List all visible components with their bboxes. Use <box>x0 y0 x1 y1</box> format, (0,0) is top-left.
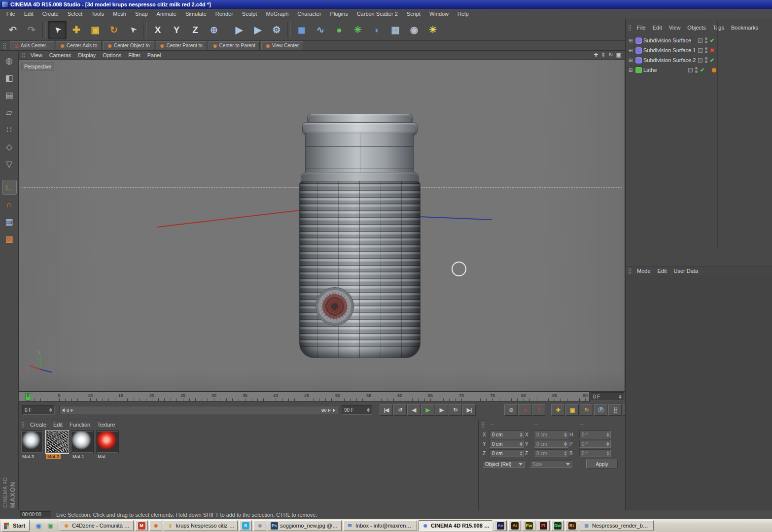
subdivision-surface-icon[interactable]: ● <box>330 21 348 39</box>
model-mode-icon[interactable]: ◧ <box>2 70 17 85</box>
object-row-lathe[interactable]: ⊞ Lathe ✔ <box>629 65 716 75</box>
view-label[interactable]: Perspective <box>21 63 54 70</box>
z-axis-lock-icon[interactable]: Z <box>186 21 204 39</box>
taskbar-button-c4dzone[interactable]: ◉ C4Dzone - Comunità Itali... <box>60 520 134 531</box>
menu-item[interactable]: Plugins <box>326 10 352 18</box>
record-parameter-button[interactable]: Ⓟ <box>594 404 607 416</box>
play-reverse-button[interactable]: ↺ <box>393 404 407 416</box>
center-parent-to-button[interactable]: ◉ Center Parent to <box>156 41 207 50</box>
taskbar-button-after-effects[interactable]: Ae <box>494 520 507 531</box>
taskbar-button-dreamweaver[interactable]: Dw <box>551 520 564 531</box>
panel-grip[interactable] <box>22 52 25 58</box>
menu-item[interactable]: Create <box>38 10 63 18</box>
light-icon[interactable]: ☀ <box>424 21 442 39</box>
taskbar-button-fireworks[interactable]: Fw <box>523 520 535 531</box>
visibility-dots[interactable] <box>695 67 698 73</box>
render-settings-icon[interactable]: ⚙ <box>268 21 285 39</box>
visibility-dots[interactable] <box>705 37 707 43</box>
record-scale-icon[interactable]: ▣ <box>565 404 579 416</box>
y-axis-lock-icon[interactable]: Y <box>168 21 185 39</box>
attribute-manager-menu-item[interactable]: Mode <box>633 267 654 274</box>
menu-item[interactable]: Window <box>425 10 453 18</box>
menu-item[interactable]: Character <box>293 10 325 18</box>
workplane-lock-icon[interactable]: ▦ <box>2 214 17 229</box>
center-object-to-button[interactable]: ◉ Center Object to <box>103 41 154 50</box>
viewport-canvas[interactable]: Perspective Y X Z <box>19 59 625 392</box>
texture-mode-icon[interactable]: ▤ <box>2 88 17 102</box>
make-editable-icon[interactable]: ◍ <box>2 53 17 68</box>
layer-chip[interactable] <box>698 38 702 43</box>
stepper[interactable] <box>520 432 523 437</box>
menu-item[interactable]: Tools <box>87 10 108 18</box>
material-mat2[interactable]: Mat.2 <box>46 431 70 459</box>
toolbar-separator[interactable] <box>225 22 228 38</box>
current-frame-field[interactable]: 0 F <box>22 405 55 415</box>
zoom-view-icon[interactable]: ⇕ <box>601 52 605 58</box>
position-field[interactable]: 0 cm <box>490 440 524 448</box>
stepper[interactable] <box>619 395 622 399</box>
workplane-mode-icon[interactable]: ▱ <box>2 105 17 120</box>
add-spline-icon[interactable]: ∿ <box>312 21 329 39</box>
taskbar-button-mail-m[interactable]: M <box>135 520 148 531</box>
axis-center-button[interactable]: ◎ Axis Center... <box>10 41 54 50</box>
autokey-button[interactable]: ● <box>518 404 531 416</box>
visibility-dots[interactable] <box>705 47 707 53</box>
stepper[interactable] <box>49 408 52 412</box>
start-button[interactable]: Start <box>1 520 30 532</box>
milk-frother-model[interactable] <box>298 114 421 367</box>
stepper[interactable] <box>367 408 370 412</box>
material-menu-item[interactable]: Function <box>66 421 94 428</box>
expand-icon[interactable]: ⊞ <box>629 58 634 63</box>
toggle-panels-icon[interactable]: ▣ <box>616 52 621 58</box>
timeline-range-slider[interactable]: 0 F 90 F <box>59 406 338 414</box>
taskbar-button-flash[interactable]: Fl <box>537 520 550 531</box>
material-mat1[interactable]: Mat.1 <box>71 431 95 459</box>
render-picture-viewer-icon[interactable]: ▶ <box>249 21 267 39</box>
quick-launch-media-icon[interactable]: ◉ <box>33 520 44 531</box>
enable-toggle[interactable]: ✔ <box>700 67 706 73</box>
goto-start-button[interactable]: |◀ <box>380 404 393 416</box>
camera-icon[interactable]: ◉ <box>405 21 423 39</box>
object-row-subdivision-surface-1[interactable]: ⊞ Subdivision Surface.1 ✖ <box>629 45 716 55</box>
viewport-menu-item[interactable]: Display <box>74 52 99 59</box>
layer-chip[interactable] <box>698 48 702 53</box>
toolbar-separator[interactable] <box>287 22 291 38</box>
enable-axis-icon[interactable]: ∟ <box>2 180 17 195</box>
menu-item[interactable]: MoGraph <box>261 10 293 18</box>
menu-item[interactable]: Select <box>63 10 87 18</box>
quantize-icon[interactable]: ▩ <box>2 232 17 246</box>
deformer-icon[interactable]: ◗ <box>368 21 386 39</box>
taskbar-button-contact[interactable]: ◉ <box>253 520 266 531</box>
viewport-menu-item[interactable]: Panel <box>144 52 165 59</box>
material-thumbnail[interactable] <box>46 431 69 453</box>
panel-grip[interactable] <box>481 422 485 428</box>
viewport-menu-item[interactable]: Options <box>99 52 125 59</box>
stepper[interactable] <box>606 432 609 437</box>
material-mat3[interactable]: Mat.3 <box>21 431 44 459</box>
live-selection-icon[interactable]: ➤ <box>48 21 67 39</box>
material-menu-item[interactable]: Edit <box>50 421 66 428</box>
viewport-menu-item[interactable]: Cameras <box>46 52 75 59</box>
expand-icon[interactable]: ⊞ <box>629 38 634 43</box>
last-tool-icon[interactable]: ➤ <box>124 21 141 39</box>
attribute-manager-menu-item[interactable]: User Data <box>670 267 702 274</box>
rotation-field[interactable]: 0 ° <box>579 449 611 457</box>
object-manager-menu-item[interactable]: Bookmarks <box>728 24 762 31</box>
center-to-parent-button[interactable]: ◉ Center to Parent <box>209 41 260 50</box>
position-field[interactable]: 0 cm <box>490 431 524 438</box>
attribute-manager-menu-item[interactable]: Edit <box>654 267 670 274</box>
menu-item[interactable]: Edit <box>20 10 38 18</box>
size-field[interactable]: 0 cm <box>534 449 568 457</box>
move-icon[interactable]: ✚ <box>68 21 85 39</box>
viewport-menu-item[interactable]: View <box>27 52 46 59</box>
layer-chip[interactable] <box>688 68 693 72</box>
object-row-subdivision-surface-2[interactable]: ⊞ Subdivision Surface.2 ✔ <box>629 55 716 65</box>
stepper[interactable] <box>564 442 567 446</box>
snap-icon[interactable]: ∩ <box>2 197 17 212</box>
center-axis-to-button[interactable]: ◉ Center Axis to <box>56 41 102 50</box>
object-row-subdivision-surface[interactable]: ⊞ Subdivision Surface ✔ <box>629 35 716 45</box>
object-manager-menu-item[interactable]: Objects <box>684 24 709 31</box>
object-name[interactable]: Subdivision Surface <box>643 37 697 43</box>
size-field[interactable]: 0 cm <box>534 431 568 438</box>
title-bar[interactable]: CINEMA 4D R15.008 Studio - [3d model kru… <box>0 0 772 9</box>
